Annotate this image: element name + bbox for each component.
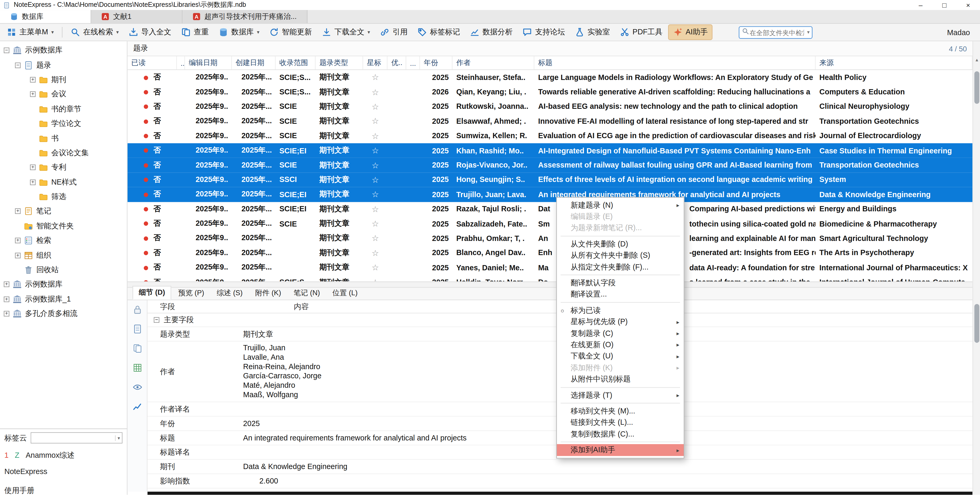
sidebar-item[interactable]: −题录 bbox=[0, 57, 127, 72]
toolbar-button-menu[interactable]: 主菜单M▾ bbox=[3, 25, 58, 39]
sidebar-item[interactable]: +示例数据库 bbox=[0, 277, 127, 292]
table-row[interactable]: 否2025年9..2025年...SCIE;EI期刊文章☆2025Trujill… bbox=[127, 187, 973, 202]
document-icon[interactable] bbox=[132, 324, 142, 334]
user-account[interactable]: Madao bbox=[947, 28, 970, 37]
table-row[interactable]: 否2025年9..2025年...SCIE期刊文章☆2025Sabzalizad… bbox=[127, 216, 973, 231]
maximize-button[interactable]: □ bbox=[932, 0, 956, 10]
detail-tab-4[interactable]: 附件 (K) bbox=[250, 287, 286, 300]
toolbar-button-refresh[interactable]: 智能更新 bbox=[265, 25, 317, 39]
sidebar-item[interactable]: +多孔介质多相流 bbox=[0, 307, 127, 321]
table-row[interactable]: 否2025年9..2025年...SCIE;EI期刊文章☆2025Khan, R… bbox=[127, 143, 973, 158]
column-header-author[interactable]: 作者 bbox=[452, 56, 535, 69]
minimize-button[interactable]: – bbox=[909, 0, 932, 10]
star-icon[interactable]: ☆ bbox=[372, 190, 379, 199]
tag-item[interactable]: 1 bbox=[5, 451, 9, 460]
sidebar-item[interactable]: +专利 bbox=[0, 160, 127, 175]
star-icon[interactable]: ☆ bbox=[372, 263, 379, 272]
collapse-box-icon[interactable]: − bbox=[154, 317, 159, 323]
menu-item[interactable]: 链接到文件夹 (L)... bbox=[557, 417, 684, 428]
toolbar-button-download[interactable]: 下载全文▾ bbox=[318, 25, 374, 39]
detail-tab-5[interactable]: 笔记 (N) bbox=[288, 287, 326, 300]
sidebar-item[interactable]: +检索 bbox=[0, 233, 127, 248]
table-row[interactable]: 否2025年9..2025年...SCIE;EI期刊文章☆2025Razak, … bbox=[127, 202, 973, 216]
toolbar-button-dupe[interactable]: 查重 bbox=[177, 25, 213, 39]
sidebar-item[interactable]: +NE样式 bbox=[0, 175, 127, 190]
star-icon[interactable]: ☆ bbox=[372, 277, 379, 281]
detail-tab-3[interactable]: 综述 (S) bbox=[211, 287, 248, 300]
column-header-read[interactable]: 已读 bbox=[127, 56, 177, 69]
menu-item[interactable]: 下载全文 (U)▸ bbox=[557, 351, 684, 362]
sidebar-item[interactable]: −示例数据库 bbox=[0, 43, 127, 58]
menu-item[interactable]: 星标与优先级 (P)▸ bbox=[557, 316, 684, 328]
menu-item[interactable]: 新建题录 (N)▸ bbox=[557, 200, 684, 211]
expand-box-icon[interactable]: + bbox=[30, 179, 36, 185]
menu-item[interactable]: 复制到数据库 (C)... bbox=[557, 428, 684, 440]
menu-item[interactable]: 翻译设置... bbox=[557, 289, 684, 300]
tag-filter-caret-icon[interactable]: ▾ bbox=[115, 435, 122, 441]
lock-icon[interactable] bbox=[132, 305, 142, 315]
sidebar-item[interactable]: +书的章节 bbox=[0, 102, 127, 117]
star-icon[interactable]: ☆ bbox=[372, 102, 379, 112]
user-manual-link[interactable]: 使用手册 bbox=[5, 485, 123, 495]
search-scope-caret-icon[interactable]: ▾ bbox=[804, 29, 810, 35]
expand-box-icon[interactable]: + bbox=[4, 311, 9, 316]
toolbar-button-link[interactable]: 引用 bbox=[375, 25, 412, 39]
table-horizontal-scrollbar[interactable] bbox=[127, 282, 973, 288]
menu-item[interactable]: ○标为已读 bbox=[557, 305, 684, 316]
detail-tab-6[interactable]: 位置 (L) bbox=[327, 287, 363, 300]
expand-box-icon[interactable]: + bbox=[15, 238, 21, 243]
global-search-box[interactable]: ▾ bbox=[739, 26, 813, 38]
menu-item[interactable]: 从所有文件夹中删除 (S) bbox=[557, 250, 684, 261]
sidebar-item[interactable]: +筛选 bbox=[0, 190, 127, 204]
menu-item[interactable]: 添加到AI助手▸ bbox=[557, 444, 684, 456]
tag-filter-input[interactable] bbox=[31, 434, 115, 442]
menu-item[interactable]: 选择题录 (T)▸ bbox=[557, 390, 684, 401]
sidebar-item[interactable]: +笔记 bbox=[0, 204, 127, 219]
column-header-title[interactable]: 标题 bbox=[535, 56, 816, 69]
star-icon[interactable]: ☆ bbox=[372, 234, 379, 243]
table-scroll-thumb[interactable] bbox=[974, 71, 979, 104]
sidebar-item[interactable]: +智能文件夹 bbox=[0, 219, 127, 233]
star-icon[interactable]: ☆ bbox=[372, 175, 379, 185]
expand-box-icon[interactable]: + bbox=[15, 209, 21, 214]
search-input[interactable] bbox=[750, 29, 804, 36]
sidebar-item[interactable]: +会议 bbox=[0, 87, 127, 102]
detail-horizontal-scrollbar[interactable] bbox=[148, 492, 972, 495]
menu-item[interactable]: 从文件夹删除 (D) bbox=[557, 238, 684, 250]
sidebar-item[interactable]: +期刊 bbox=[0, 72, 127, 87]
column-header-type[interactable]: 题录类型 bbox=[316, 56, 363, 69]
star-icon[interactable]: ☆ bbox=[372, 146, 379, 155]
vertical-scrollbar[interactable]: ▲ bbox=[972, 41, 980, 495]
scroll-up-icon[interactable]: ▲ bbox=[973, 57, 980, 62]
close-button[interactable]: × bbox=[956, 0, 980, 10]
menu-item[interactable]: 从指定文件夹删除 (F)... bbox=[557, 261, 684, 273]
sidebar-item[interactable]: +会议论文集 bbox=[0, 145, 127, 160]
detail-scroll-thumb[interactable] bbox=[974, 304, 979, 343]
copy-icon[interactable] bbox=[132, 343, 142, 353]
star-icon[interactable]: ☆ bbox=[372, 204, 379, 214]
column-header-create_date[interactable]: 创建日期 bbox=[232, 56, 275, 69]
table-row[interactable]: 否2025年9..2025年...SCIE期刊文章☆2025Rutkowski,… bbox=[127, 99, 973, 114]
column-header-star[interactable]: 星标 bbox=[363, 56, 387, 69]
sidebar-item[interactable]: +组织 bbox=[0, 248, 127, 263]
toolbar-button-forum[interactable]: 支持论坛 bbox=[518, 25, 570, 39]
tab-3[interactable]: A超声引导技术刊用于疼痛治... bbox=[183, 10, 307, 23]
menu-item[interactable]: 复制题录 (C)▸ bbox=[557, 328, 684, 339]
column-header-edit_date[interactable]: 编辑日期 bbox=[185, 56, 232, 69]
sidebar-item[interactable]: +示例数据库_1 bbox=[0, 292, 127, 307]
toolbar-button-search[interactable]: 在线检索▾ bbox=[66, 25, 123, 39]
star-icon[interactable]: ☆ bbox=[372, 248, 379, 258]
table-row[interactable]: 否2025年9..2025年...期刊文章☆2025Yanes, Daniel;… bbox=[127, 260, 973, 275]
column-header-scope[interactable]: 收录范围 bbox=[275, 56, 316, 69]
detail-tab-1[interactable]: 细节 (D) bbox=[132, 286, 171, 299]
table-row[interactable]: 否2025年9..2025年...SCIE;S...期刊文章☆2025Stein… bbox=[127, 70, 973, 85]
table-row[interactable]: 否2025年9..2025年...SCIE期刊文章☆2025Rojas-Viva… bbox=[127, 158, 973, 172]
column-header-source[interactable]: 来源 bbox=[816, 56, 972, 69]
column-header-pri[interactable]: 优.. bbox=[387, 56, 406, 69]
star-icon[interactable]: ☆ bbox=[372, 117, 379, 126]
star-icon[interactable]: ☆ bbox=[372, 160, 379, 170]
column-header-year[interactable]: 年份 bbox=[420, 56, 452, 69]
table-row[interactable]: 否2025年9..2025年...SCIE;S...期刊文章☆2026Qian,… bbox=[127, 85, 973, 99]
tag-item[interactable]: NoteExpress bbox=[5, 467, 48, 476]
table-row[interactable]: 否2025年9..2025年...SCIE;S期刊文章☆2025Helldin,… bbox=[127, 275, 973, 281]
